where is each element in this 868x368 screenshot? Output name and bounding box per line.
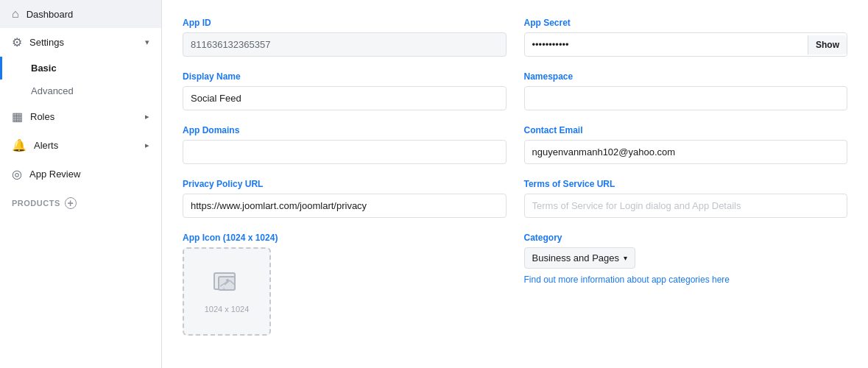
app-domains-label: App Domains (183, 125, 507, 135)
sidebar-item-label: Basic (31, 63, 57, 74)
sidebar-item-label: Dashboard (27, 9, 74, 20)
app-icon-size-label: 1024 x 1024 (205, 305, 250, 314)
app-domains-group: App Domains (183, 125, 507, 164)
main-content: App ID App Secret Show Display Name Name… (162, 0, 868, 368)
sidebar-item-basic[interactable]: Basic (0, 57, 161, 79)
category-group: Category Business and Pages ▾ Find out m… (524, 233, 848, 336)
sidebar-item-roles[interactable]: ▦ Roles ▸ (0, 102, 161, 131)
settings-icon: ⚙ (12, 35, 22, 49)
bell-icon: 🔔 (12, 138, 27, 152)
terms-service-group: Terms of Service URL (524, 179, 848, 218)
form-row-3: App Domains Contact Email (183, 125, 847, 164)
app-secret-wrapper: Show (524, 32, 848, 57)
form-row-5: App Icon (1024 x 1024) + 1024 x 1024 (183, 233, 847, 336)
sidebar-item-label: Settings (29, 37, 64, 48)
category-info: Find out more information about app cate… (524, 275, 848, 285)
app-domains-input[interactable] (183, 140, 507, 164)
sidebar-item-advanced[interactable]: Advanced (0, 79, 161, 102)
app-id-input[interactable] (183, 32, 507, 57)
privacy-policy-input[interactable] (183, 194, 507, 218)
namespace-label: Namespace (524, 71, 848, 82)
display-name-input[interactable] (183, 86, 507, 110)
products-section-header: PRODUCTS + (0, 188, 161, 212)
app-secret-label: App Secret (524, 18, 848, 28)
chevron-down-icon: ▾ (624, 254, 627, 262)
sidebar-item-settings[interactable]: ⚙ Settings ▾ (0, 28, 161, 57)
sidebar-item-label: Roles (30, 111, 54, 122)
form-row-2: Display Name Namespace (183, 71, 847, 110)
chevron-down-icon: ▾ (145, 38, 149, 47)
display-name-label: Display Name (183, 71, 507, 82)
review-icon: ◎ (12, 167, 22, 181)
category-info-text: Find out more information about app cate… (524, 275, 710, 285)
products-label: PRODUCTS (12, 199, 60, 208)
sidebar-item-label: Advanced (31, 85, 74, 96)
sidebar-item-app-review[interactable]: ◎ App Review (0, 160, 161, 188)
app-secret-input[interactable] (525, 33, 808, 56)
category-dropdown[interactable]: Business and Pages ▾ (524, 247, 636, 269)
terms-service-input[interactable] (524, 194, 848, 218)
sidebar-item-alerts[interactable]: 🔔 Alerts ▸ (0, 131, 161, 160)
category-label: Category (524, 233, 848, 243)
contact-email-group: Contact Email (524, 125, 848, 164)
contact-email-label: Contact Email (524, 125, 848, 135)
contact-email-input[interactable] (524, 140, 848, 164)
category-selected: Business and Pages (532, 252, 620, 263)
form-row-1: App ID App Secret Show (183, 18, 847, 57)
sidebar-item-label: App Review (29, 169, 80, 180)
form-row-4: Privacy Policy URL Terms of Service URL (183, 179, 847, 218)
app-icon-label: App Icon (1024 x 1024) (183, 233, 507, 243)
sidebar: ⌂ Dashboard ⚙ Settings ▾ Basic Advanced … (0, 0, 162, 368)
chevron-right-icon: ▸ (145, 141, 149, 150)
home-icon: ⌂ (12, 7, 19, 21)
app-id-label: App ID (183, 18, 507, 28)
display-name-group: Display Name (183, 71, 507, 110)
privacy-policy-group: Privacy Policy URL (183, 179, 507, 218)
namespace-group: Namespace (524, 71, 848, 110)
app-icon-group: App Icon (1024 x 1024) + 1024 x 1024 (183, 233, 507, 336)
roles-icon: ▦ (12, 110, 23, 124)
namespace-input[interactable] (524, 86, 848, 110)
app-id-group: App ID (183, 18, 507, 57)
add-product-button[interactable]: + (65, 197, 77, 209)
category-info-link[interactable]: here (712, 275, 730, 285)
privacy-policy-label: Privacy Policy URL (183, 179, 507, 189)
image-placeholder-icon: + (214, 270, 240, 297)
app-secret-group: App Secret Show (524, 18, 848, 57)
terms-service-label: Terms of Service URL (524, 179, 848, 189)
svg-text:+: + (222, 286, 225, 291)
show-secret-button[interactable]: Show (808, 35, 847, 54)
app-icon-upload[interactable]: + 1024 x 1024 (183, 247, 271, 336)
sidebar-item-dashboard[interactable]: ⌂ Dashboard (0, 0, 161, 28)
sidebar-item-label: Alerts (34, 140, 58, 151)
chevron-right-icon: ▸ (145, 112, 149, 121)
